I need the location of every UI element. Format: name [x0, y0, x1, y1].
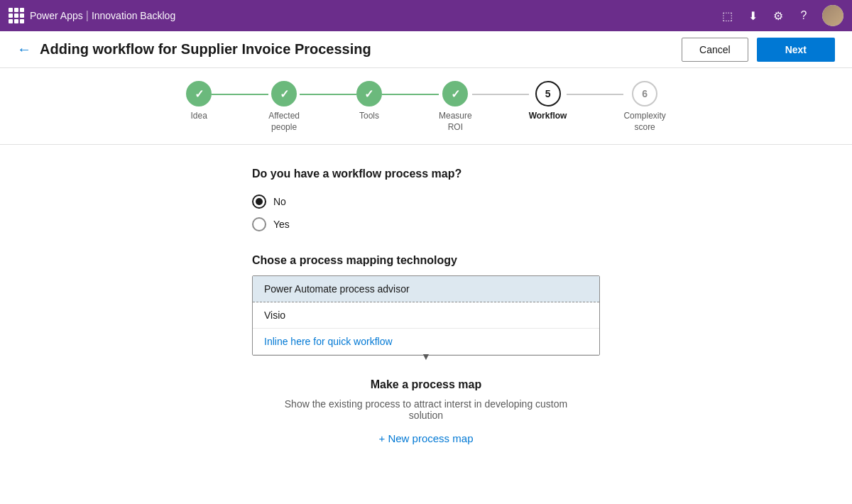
- step-circle-complexity: 6: [632, 81, 657, 106]
- topbar-icons: ⬚ ⬇ ⚙ ?: [720, 5, 843, 26]
- radio-no[interactable]: No: [252, 195, 600, 209]
- back-button[interactable]: ←: [17, 41, 31, 57]
- process-tech-dropdown[interactable]: Power Automate process advisor Visio Inl…: [252, 275, 600, 356]
- workflow-question: Do you have a workflow process map?: [252, 168, 600, 180]
- page-header: ← Adding workflow for Supplier Invoice P…: [0, 31, 852, 68]
- grid-menu-button[interactable]: [9, 8, 24, 23]
- topbar: Power Apps | Innovation Backlog ⬚ ⬇ ⚙ ?: [0, 0, 852, 31]
- checkmark-icon-4: ✓: [451, 87, 460, 101]
- radio-label-yes: Yes: [273, 219, 290, 230]
- help-icon[interactable]: ?: [797, 9, 811, 23]
- page-title: Adding workflow for Supplier Invoice Pro…: [40, 41, 371, 57]
- step-idea[interactable]: ✓ Idea: [186, 81, 212, 122]
- new-process-link[interactable]: + New process map: [379, 432, 474, 444]
- topbar-separator: |: [86, 9, 89, 22]
- connector-4-5: [472, 94, 529, 95]
- grid-icon: [9, 8, 24, 23]
- radio-group-workflow: No Yes: [252, 195, 600, 231]
- checkmark-icon-3: ✓: [364, 87, 373, 101]
- step-label-affected: Affectedpeople: [268, 111, 300, 133]
- process-tech-title: Chose a process mapping technology: [252, 254, 600, 267]
- step-circle-idea: ✓: [186, 81, 212, 106]
- step-circle-affected: ✓: [271, 81, 297, 106]
- step-label-complexity: Complexityscore: [623, 111, 665, 133]
- dropdown-option-visio[interactable]: Visio: [253, 302, 599, 329]
- step-complexity[interactable]: 6 Complexityscore: [623, 81, 665, 133]
- step-affected-people[interactable]: ✓ Affectedpeople: [268, 81, 300, 133]
- topbar-project-name: Innovation Backlog: [92, 10, 175, 21]
- avatar[interactable]: [822, 5, 843, 26]
- radio-outer-yes: [252, 217, 266, 231]
- connector-2-3: [300, 94, 356, 95]
- checkmark-icon: ✓: [195, 87, 204, 101]
- radio-inner-no: [256, 198, 263, 205]
- checkmark-icon-2: ✓: [280, 87, 289, 101]
- next-button[interactable]: Next: [757, 38, 835, 62]
- screen-icon[interactable]: ⬚: [720, 9, 734, 23]
- topbar-app-name: Power Apps: [30, 10, 83, 21]
- dropdown-arrow-icon: ▼: [421, 351, 431, 362]
- stepper: ✓ Idea ✓ Affectedpeople ✓ Tools ✓ Measur…: [0, 68, 852, 145]
- process-map-title: Make a process map: [371, 378, 482, 391]
- step-circle-workflow: 5: [535, 81, 561, 106]
- step-label-roi: MeasureROI: [439, 111, 472, 133]
- step-label-idea: Idea: [190, 111, 207, 122]
- step-circle-tools: ✓: [356, 81, 382, 106]
- connector-5-6: [567, 94, 623, 95]
- process-map-section: Make a process map Show the existing pro…: [270, 378, 582, 444]
- process-map-description: Show the existing process to attract int…: [270, 398, 582, 421]
- step-tools[interactable]: ✓ Tools: [356, 81, 382, 122]
- settings-icon[interactable]: ⚙: [771, 9, 785, 23]
- radio-outer-no: [252, 195, 266, 209]
- connector-3-4: [382, 94, 439, 95]
- step-circle-roi: ✓: [442, 81, 468, 106]
- connector-1-2: [212, 94, 268, 95]
- radio-yes[interactable]: Yes: [252, 217, 600, 231]
- step-measure-roi[interactable]: ✓ MeasureROI: [439, 81, 472, 133]
- radio-label-no: No: [273, 196, 286, 207]
- step-label-tools: Tools: [359, 111, 379, 122]
- step-workflow[interactable]: 5 Workflow: [529, 81, 567, 122]
- cancel-button[interactable]: Cancel: [682, 38, 748, 62]
- dropdown-selected-option[interactable]: Power Automate process advisor: [253, 276, 599, 302]
- step-label-workflow: Workflow: [529, 111, 567, 122]
- main-content: Do you have a workflow process map? No Y…: [0, 145, 852, 467]
- download-icon[interactable]: ⬇: [746, 9, 760, 23]
